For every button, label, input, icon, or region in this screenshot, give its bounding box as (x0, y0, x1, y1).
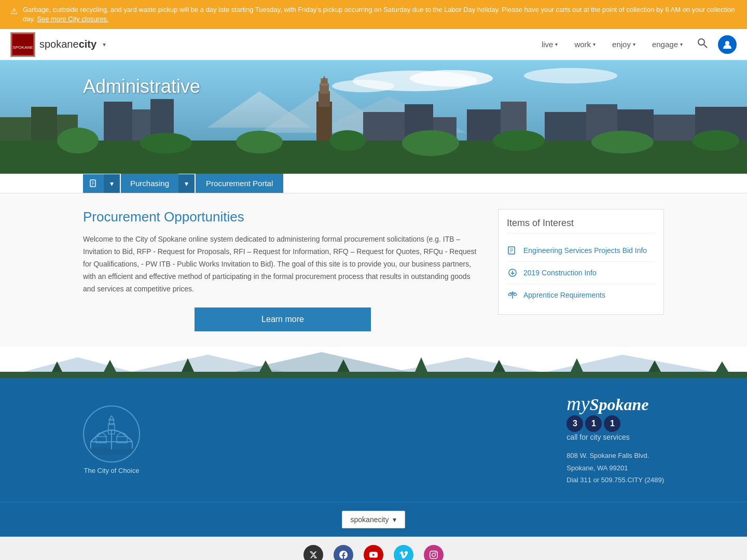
apprentice-label: Apprentice Requirements (523, 291, 605, 299)
nav-engage[interactable]: engage ▾ (644, 36, 691, 53)
svg-point-37 (236, 131, 283, 153)
construction-info-item[interactable]: 2019 Construction Info (507, 262, 655, 284)
instagram-icon[interactable] (424, 545, 444, 560)
nav-live-arrow: ▾ (555, 41, 558, 47)
call-services-text: call for city services (566, 433, 664, 441)
city-of-choice-text: The City of Choice (84, 467, 140, 474)
procurement-title: Procurement Opportunities (83, 209, 482, 225)
purchasing-dropdown-button[interactable]: ▾ (178, 174, 195, 193)
svg-point-42 (693, 130, 739, 151)
nav-enjoy-arrow: ▾ (633, 41, 635, 47)
svg-line-3 (704, 45, 707, 48)
alert-link[interactable]: See more City closures. (37, 15, 108, 23)
logo-plain: spokane (39, 38, 79, 50)
nav-work-label: work (574, 40, 591, 49)
hero-section: Administrative (0, 60, 747, 174)
engineering-services-item[interactable]: Engineering Services Projects Bid Info (507, 240, 655, 262)
apprentice-requirements-item[interactable]: Apprentice Requirements (507, 284, 655, 306)
alert-banner: ⚠ Garbage, curbside recycling, and yard … (0, 0, 747, 29)
svg-point-38 (329, 130, 366, 151)
nav-enjoy-label: enjoy (612, 40, 631, 49)
num3-badge: 1 (604, 415, 620, 432)
main-content: Procurement Opportunities Welcome to the… (0, 193, 747, 347)
header: SPOKANE spokanecity ▾ live ▾ work ▾ enjo… (0, 29, 747, 60)
svg-marker-72 (716, 361, 728, 372)
address-line1: 808 W. Spokane Falls Blvd. (566, 450, 664, 461)
svg-point-41 (591, 131, 654, 153)
svg-point-36 (140, 133, 192, 153)
construction-label: 2019 Construction Info (523, 269, 597, 277)
spokane-city-dropdown[interactable]: spokanecity ▾ (342, 511, 406, 528)
svg-point-4 (725, 41, 729, 45)
logo-dropdown-arrow[interactable]: ▾ (103, 41, 106, 48)
svg-point-7 (410, 70, 493, 87)
learn-more-button[interactable]: Learn more (195, 307, 371, 331)
engineering-label: Engineering Services Projects Bid Info (523, 246, 647, 255)
doc-icon-button[interactable] (83, 174, 104, 193)
num1-badge: 3 (566, 415, 583, 432)
svg-rect-0 (12, 34, 33, 55)
svg-point-8 (332, 80, 394, 92)
vimeo-icon[interactable] (394, 545, 413, 560)
svg-rect-62 (0, 372, 747, 378)
dropdown-arrow-icon: ▾ (393, 515, 396, 524)
nav-enjoy[interactable]: enjoy ▾ (604, 36, 644, 53)
logo-area[interactable]: SPOKANE spokanecity ▾ (10, 32, 106, 57)
purchasing-tab-label: Purchasing (130, 179, 169, 188)
items-of-interest-box: Items of Interest Engineering Services P… (498, 209, 664, 315)
spokane-311: 3 1 1 (566, 415, 664, 432)
svg-point-56 (514, 293, 517, 296)
engineering-icon (507, 245, 518, 256)
nav-work[interactable]: work ▾ (566, 36, 604, 53)
twitter-icon[interactable] (303, 545, 323, 560)
footer-main: The City of Choice mySpokane 3 1 1 call … (0, 378, 747, 501)
doc-dropdown-button[interactable]: ▾ (104, 174, 120, 193)
alert-icon: ⚠ (10, 6, 18, 17)
footer-logo-svg (86, 408, 137, 460)
logo-text: spokanecity (39, 38, 96, 50)
social-bar (0, 537, 747, 560)
facebook-icon[interactable] (334, 545, 353, 560)
svg-marker-68 (415, 357, 427, 372)
spokane-text: Spokane (590, 395, 649, 414)
my-spokane-title: mySpokane (566, 394, 664, 413)
user-account-button[interactable] (718, 35, 737, 54)
youtube-icon[interactable] (364, 545, 383, 560)
main-nav: live ▾ work ▾ enjoy ▾ engage ▾ (127, 34, 737, 55)
my-text: my (566, 393, 589, 414)
svg-point-55 (508, 293, 511, 296)
footer-links-bar: spokanecity ▾ (0, 502, 747, 537)
svg-point-35 (57, 128, 99, 153)
nav-live[interactable]: live ▾ (533, 36, 566, 53)
right-column: Items of Interest Engineering Services P… (498, 209, 664, 331)
nav-work-arrow: ▾ (593, 41, 596, 47)
items-of-interest-title: Items of Interest (507, 218, 655, 233)
city-logo: SPOKANE (10, 32, 35, 57)
alert-text: Garbage, curbside recycling, and yard wa… (23, 5, 737, 24)
dropdown-label: spokanecity (351, 515, 389, 524)
alert-message: Garbage, curbside recycling, and yard wa… (23, 6, 735, 23)
my-spokane-box: mySpokane 3 1 1 call for city services 8… (566, 394, 664, 486)
hero-title: Administrative (83, 76, 200, 97)
footer-logo-area: The City of Choice (83, 405, 140, 474)
download-icon (507, 267, 518, 278)
footer-city-logo (83, 405, 140, 463)
footer-address: 808 W. Spokane Falls Blvd. Spokane, WA 9… (566, 450, 664, 486)
scales-icon (507, 289, 518, 301)
footer-cityscape (0, 347, 747, 378)
procurement-body: Welcome to the City of Spokane online sy… (83, 233, 482, 295)
procurement-portal-tab[interactable]: Procurement Portal (196, 174, 283, 193)
nav-engage-arrow: ▾ (680, 41, 683, 47)
nav-engage-label: engage (652, 40, 678, 49)
search-button[interactable] (691, 34, 714, 55)
footer-right-area: mySpokane 3 1 1 call for city services 8… (171, 394, 664, 486)
purchasing-tab[interactable]: Purchasing (121, 174, 178, 193)
portal-tab-label: Procurement Portal (206, 179, 273, 188)
address-line2: Spokane, WA 99201 (566, 462, 664, 474)
svg-text:SPOKANE: SPOKANE (13, 45, 33, 50)
svg-point-9 (524, 68, 617, 83)
svg-point-39 (402, 130, 459, 156)
footer-mountain-svg (0, 347, 747, 378)
nav-live-label: live (542, 40, 554, 49)
svg-point-2 (698, 39, 704, 45)
